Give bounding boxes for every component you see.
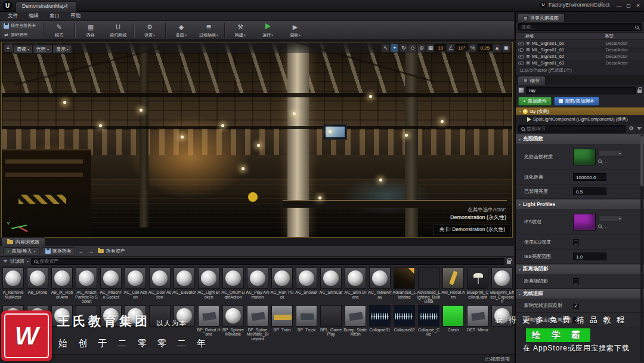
world-space-icon[interactable]: ⊕ <box>417 44 425 52</box>
details-section-header[interactable]: ▾距离场阴影 <box>516 264 644 274</box>
material-swatch[interactable] <box>573 149 596 165</box>
asset-tile[interactable]: Blueprint_Effect_Explosion <box>490 267 514 304</box>
eye-icon[interactable] <box>518 41 524 46</box>
asset-tile[interactable]: AC_Door Action <box>148 267 172 304</box>
menu-item-2[interactable]: 窗口 <box>44 13 65 20</box>
outliner-row[interactable]: ML_Signs01_60DecalActor <box>516 40 644 47</box>
asset-tile[interactable]: Advanced_Lighting <box>392 267 416 304</box>
lock-icon[interactable] <box>637 90 642 93</box>
asset-tile[interactable]: Collapse02 <box>392 305 416 342</box>
asset-tile[interactable]: AM_Robot Arm <box>441 267 465 304</box>
asset-tile[interactable]: Collapse_Cue <box>417 305 441 342</box>
use-selected-icon[interactable]: ← <box>604 159 609 164</box>
rotation-snap-icon[interactable]: ∠ <box>447 44 454 52</box>
toolbar-button-cinematics[interactable]: ≣过场动画▾ <box>195 21 222 39</box>
asset-tile[interactable]: AC_Light Broken <box>197 267 221 304</box>
asset-tile[interactable]: AC_AttachTo Socket <box>99 267 123 304</box>
toolbar-button-content[interactable]: ▦内容 <box>77 21 104 39</box>
asset-tile[interactable]: BPL_Game Play <box>319 305 343 342</box>
asset-tile[interactable]: DET_Mirror <box>466 305 490 342</box>
filter-icon[interactable] <box>637 127 642 130</box>
details-section-header[interactable]: ▾Light Profiles <box>516 199 644 209</box>
grid-snap-value[interactable]: 10 <box>435 44 445 51</box>
asset-tile[interactable]: BP_Robot Hand <box>197 305 221 342</box>
asset-tile[interactable]: AC_Play Animation <box>246 267 270 304</box>
property-checkbox[interactable] <box>573 239 579 245</box>
filters-button[interactable]: 过滤器 <box>10 258 24 264</box>
material-select-dropdown[interactable]: ▾ <box>598 215 623 222</box>
viewport-options-icon[interactable]: ≡ <box>4 44 12 52</box>
details-section-header[interactable]: ▾光照函数 <box>516 134 644 144</box>
asset-tile[interactable]: AC_Call Action <box>123 267 147 304</box>
toolbar-button-settings[interactable]: ⚙设置▾ <box>136 21 163 39</box>
property-number-input[interactable]: 1.0 <box>573 253 606 260</box>
maximize-viewport-icon[interactable]: ▣ <box>502 44 510 52</box>
toolbar-button-modes[interactable]: ✎模式 <box>45 21 73 39</box>
breadcrumb[interactable]: 所有资产 <box>106 248 125 254</box>
move-tool-icon[interactable]: + <box>391 44 398 52</box>
viewport-3d-scene[interactable] <box>2 42 512 237</box>
camera-speed-icon[interactable]: ▲ <box>493 44 501 52</box>
asset-tile[interactable]: AC_Attach ParticleTo Socket <box>75 267 98 304</box>
asset-tile[interactable]: AB_Drone <box>26 267 49 304</box>
asset-tile[interactable]: A_Remove NullActor <box>1 267 25 304</box>
eye-icon[interactable] <box>518 54 524 59</box>
column-label[interactable]: 标签 <box>516 33 605 39</box>
component-tree-item[interactable]: SpotLightComponent (LightComponent0) (继承… <box>516 115 644 123</box>
use-selected-icon[interactable]: ← <box>604 224 609 229</box>
asset-tile[interactable]: Blueprint_CeilingLight <box>466 267 490 304</box>
asset-tile[interactable]: AC_TableArray <box>368 267 392 304</box>
grid-snap-icon[interactable]: ▦ <box>426 44 434 52</box>
menu-item-0[interactable]: 文件 <box>2 13 23 20</box>
details-section-header[interactable]: ▾光线追踪 <box>516 288 644 299</box>
viewport-lit-button[interactable]: 光照▾ <box>33 45 52 54</box>
select-tool-icon[interactable]: ↖ <box>382 44 389 52</box>
toolbar-button-blueprints[interactable]: ◆蓝图▾ <box>168 21 195 39</box>
scale-snap-value[interactable]: 0.25 <box>478 44 492 51</box>
toolbar-button-marketplace[interactable]: U虚幻商城 <box>104 21 132 39</box>
asset-tile[interactable]: AC_OnOff LightAction <box>221 267 245 304</box>
asset-tile[interactable]: AC_Elevator <box>172 267 196 304</box>
viewport-show-button[interactable]: 显示▾ <box>52 45 72 54</box>
save-level-button[interactable]: 保存当前关卡 <box>2 21 41 30</box>
toolbar-button-play[interactable]: 运行▾ <box>254 21 281 39</box>
outliner-row[interactable]: ML_Signs01_63DecalActor <box>516 60 644 66</box>
maximize-button[interactable]: ▢ <box>624 2 633 10</box>
asset-tile[interactable]: AC_SitInCar <box>319 267 343 304</box>
eye-icon[interactable] <box>518 47 524 53</box>
view-options-button[interactable]: 视图选项 <box>491 356 510 362</box>
outliner-search-input[interactable]: 搜索... <box>518 23 642 31</box>
asset-tile[interactable]: AC_Run Truck <box>270 267 294 304</box>
source-control-button[interactable]: ⇄ 源码管理 <box>2 30 41 39</box>
component-tree-item[interactable]: ▾ray (实例) <box>516 107 644 115</box>
asset-tile[interactable]: BP_Sphere Movable <box>221 305 245 342</box>
asset-search-input[interactable]: 搜索资产 <box>31 258 504 265</box>
tab-world-outliner[interactable]: 世界大纲视图 <box>518 13 565 22</box>
tab-details[interactable]: 细节 <box>518 76 546 85</box>
asset-tile[interactable]: Advanced_Lighting_BuiltData <box>417 267 441 304</box>
minimize-button[interactable]: — <box>615 2 623 10</box>
rotate-tool-icon[interactable]: ↻ <box>400 44 407 52</box>
asset-tile[interactable]: Bump_Static Mesh <box>343 305 367 342</box>
material-select-dropdown[interactable]: ▾ <box>598 150 623 157</box>
menu-item-1[interactable]: 编辑 <box>23 13 44 20</box>
scale-tool-icon[interactable]: ◇ <box>408 44 416 52</box>
asset-tile[interactable]: AC_SitIn Drone <box>343 267 367 304</box>
lock-icon[interactable] <box>507 260 511 264</box>
asset-tile[interactable]: BP_Train <box>270 305 294 342</box>
back-button[interactable]: ← <box>78 248 85 254</box>
viewport-perspective-button[interactable]: 透视▾ <box>13 45 33 54</box>
toolbar-button-build[interactable]: ⚒构建▾ <box>227 21 254 39</box>
save-all-button[interactable]: 保存所有 <box>42 247 75 256</box>
rotation-snap-value[interactable]: 10° <box>456 44 467 51</box>
forward-button[interactable]: → <box>88 248 95 254</box>
material-swatch[interactable] <box>573 214 596 230</box>
asset-tile[interactable]: AB_IK_Robot Arm <box>50 267 74 304</box>
eye-icon[interactable] <box>518 60 524 66</box>
property-number-input[interactable]: 100000.0 <box>573 173 606 181</box>
tab-content-browser[interactable]: 内容浏览器 <box>1 237 45 246</box>
add-import-button[interactable]: + 添加/导入 ▾ <box>3 247 39 256</box>
asset-tile[interactable]: Crash <box>441 305 465 342</box>
add-component-button[interactable]: + 添加组件 <box>518 97 552 106</box>
close-button[interactable]: ✕ <box>634 2 642 10</box>
